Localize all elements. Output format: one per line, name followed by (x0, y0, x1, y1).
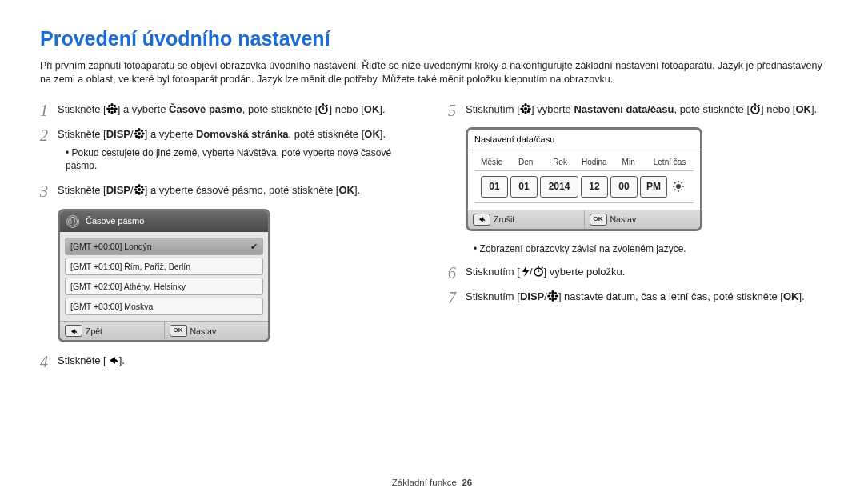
ok-keycap: OK (170, 325, 187, 337)
flash-icon (520, 266, 530, 277)
tz-back-button[interactable]: Zpět (60, 322, 165, 340)
dt-ampm[interactable]: PM (640, 176, 667, 197)
dt-min[interactable]: 00 (610, 176, 638, 197)
step-5-bullet: Zobrazení obrazovky závisí na zvoleném j… (474, 242, 824, 255)
back-icon (106, 354, 119, 366)
step-2: 2 Stiskněte [DISP/] a vyberte Domovská s… (40, 127, 416, 172)
dt-hour[interactable]: 12 (581, 176, 608, 197)
step-3: 3 Stiskněte [DISP/] a vyberte časové pás… (40, 183, 416, 198)
flower-icon (106, 103, 118, 114)
globe-icon (66, 215, 79, 228)
step-7: 7 Stisknutím [DISP/] nastavte datum, čas… (448, 290, 824, 304)
step-2-bullet: Pokud cestujete do jiné země, vyberte Ná… (66, 146, 416, 172)
tz-title: Časové pásmo (86, 215, 144, 227)
dt-month[interactable]: 01 (481, 176, 508, 197)
back-icon (65, 325, 82, 337)
flower-icon (134, 184, 145, 195)
tz-item[interactable]: [GMT +03:00] Moskva (65, 298, 263, 315)
timer-icon (750, 103, 761, 114)
dt-day[interactable]: 01 (510, 176, 538, 197)
step-6: 6 Stisknutím [/] vyberte položku. (448, 265, 824, 279)
timer-icon (318, 103, 329, 114)
datetime-device: Nastavení data/času Měsíc Den Rok Hodina… (466, 127, 702, 231)
step-5: 5 Stisknutím [] vyberte Nastavení data/č… (448, 102, 824, 117)
back-icon (473, 214, 490, 226)
flower-icon (547, 290, 558, 302)
step-4: 4 Stiskněte []. (40, 354, 416, 368)
page-title: Provedení úvodního nastavení (40, 26, 824, 53)
dt-set-button[interactable]: OK Nastav (585, 210, 701, 229)
tz-set-button[interactable]: OK Nastav (165, 322, 269, 340)
flower-icon (520, 103, 531, 114)
dt-cancel-button[interactable]: Zrušit (468, 210, 585, 229)
intro-text: Při prvním zapnutí fotoaparátu se objeví… (40, 59, 824, 86)
tz-item-selected[interactable]: [GMT +00:00] Londýn ✔ (65, 238, 263, 255)
step-1: 1 Stiskněte [] a vyberte Časové pásmo, p… (40, 102, 416, 117)
dt-year[interactable]: 2014 (540, 176, 578, 197)
tz-item[interactable]: [GMT +01:00] Řím, Paříž, Berlín (65, 258, 263, 275)
timer-icon (533, 266, 544, 277)
timezone-device: Časové pásmo [GMT +00:00] Londýn ✔ [GMT … (58, 209, 270, 343)
tz-item[interactable]: [GMT +02:00] Athény, Helsinky (65, 278, 263, 295)
ok-keycap: OK (590, 214, 607, 226)
page-footer: Základní funkce 26 (0, 477, 864, 490)
sun-icon[interactable] (670, 178, 687, 195)
dt-title: Nastavení data/času (474, 134, 554, 146)
check-icon: ✔ (250, 241, 258, 252)
flower-icon (134, 128, 145, 139)
